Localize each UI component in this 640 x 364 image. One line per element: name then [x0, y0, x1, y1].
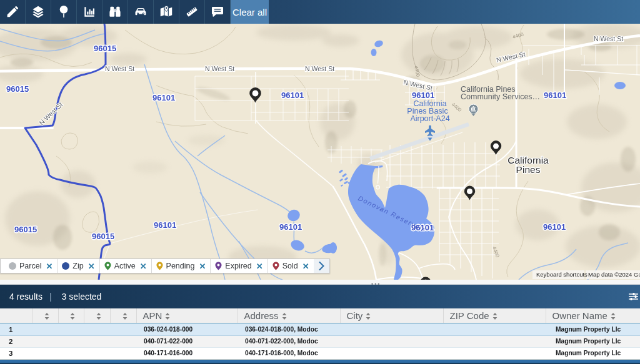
svg-text:96101: 96101 [279, 222, 302, 232]
svg-text:96101: 96101 [152, 93, 175, 102]
svg-text:N West St: N West St [594, 35, 623, 42]
svg-text:96101: 96101 [154, 220, 176, 230]
svg-text:N West St: N West St [205, 65, 234, 72]
svg-text:96101: 96101 [412, 91, 434, 100]
svg-text:96101: 96101 [281, 91, 304, 100]
svg-text:Map data ©2024 Google: Map data ©2024 Google [588, 271, 640, 278]
svg-text:96015: 96015 [94, 44, 116, 53]
svg-text:Pines: Pines [516, 164, 541, 175]
svg-text:96015: 96015 [92, 232, 114, 241]
svg-text:96015: 96015 [6, 84, 29, 94]
svg-text:96015: 96015 [14, 225, 37, 234]
svg-text:Keyboard shortcuts: Keyboard shortcuts [536, 271, 588, 278]
svg-text:96101: 96101 [543, 222, 566, 232]
svg-text:Airport-A24: Airport-A24 [410, 114, 449, 123]
svg-text:96101: 96101 [544, 91, 566, 100]
svg-text:N West St: N West St [305, 65, 334, 72]
svg-text:Community Services…: Community Services… [461, 92, 540, 101]
svg-text:N West St: N West St [105, 65, 134, 72]
